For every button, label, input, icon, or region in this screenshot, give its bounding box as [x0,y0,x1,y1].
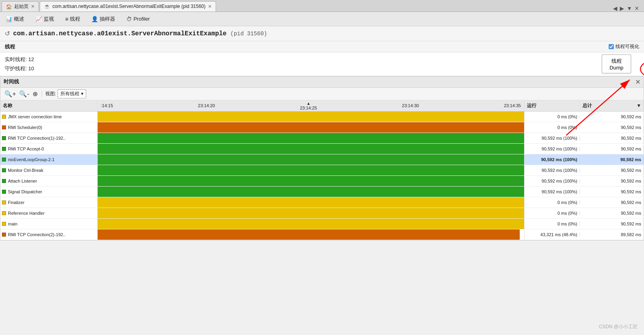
tab-process-label: com.artisan.nettycase.a01exist.ServerAbn… [52,4,206,9]
monitor-icon: 📈 [35,16,42,22]
realtime-thread-line: 实时线程: 12 [5,55,639,64]
thread-run-cell: 0 ms (0%) [524,200,580,205]
zoom-in-button[interactable]: 🔍+ [4,90,17,98]
daemon-value: 10 [28,65,34,71]
thread-name-label: RMI TCP Connection(1)-192.. [8,136,66,141]
thread-bar [98,197,524,208]
thread-name-label: JMX server connection time [8,114,62,119]
toolbar-threads[interactable]: ≡ 线程 [63,14,83,24]
thread-visible-checkbox[interactable] [609,44,614,49]
thread-bar [98,176,524,186]
thread-name-label: Signal Dispatcher [8,189,42,194]
time-center-caret: ▲ [307,101,310,106]
thread-row[interactable]: Finalizer0 ms (0%)90,592 ms [0,197,644,208]
thread-name-label: RMI TCP Connection(2)-192.. [8,232,66,237]
view-label: 视图: [45,90,56,97]
thread-bar [98,112,524,122]
view-select-dropdown[interactable]: 所有线程 ▾ [58,89,86,98]
thread-total-cell: 90,592 ms [580,221,644,226]
nav-prev-button[interactable]: ◀ [613,5,617,12]
tab-start-close[interactable]: ✕ [31,4,35,9]
sampler-icon: 👤 [91,16,98,22]
timeline-header: 时间线 ✕ [0,77,644,88]
thread-row[interactable]: JMX server connection time0 ms (0%)90,59… [0,112,644,122]
col-total-label: 总计 [582,102,592,109]
thread-bar [98,219,524,229]
thread-name-label: Monitor Ctrl-Break [8,168,43,173]
thread-color-indicator [2,115,6,119]
thread-color-indicator [2,168,6,172]
thread-total-cell: 90,592 ms [580,179,644,183]
thread-color-indicator [2,211,6,215]
thread-row[interactable]: nioEventLoopGroup-2-190,592 ms (100%)90,… [0,154,644,165]
dump-button[interactable]: 线程 Dump [602,54,631,74]
view-select-value: 所有线程 [60,90,79,97]
thread-row[interactable]: RMI TCP Connection(2)-192..43,321 ms (48… [0,229,644,240]
toolbar-threads-label: 线程 [70,15,80,23]
profiler-icon: ⏱ [126,16,132,22]
zoom-out-button[interactable]: 🔍- [18,90,30,98]
tab-process-icon: ☕ [44,4,50,9]
nav-next-button[interactable]: ▶ [620,5,624,12]
toolbar-monitor[interactable]: 📈 监视 [33,14,56,24]
thread-visible-checkbox-label[interactable]: 线程可视化 [609,43,639,50]
nav-close-button[interactable]: ✕ [634,5,639,12]
tab-navigation: ◀ ▶ ▼ ✕ [613,5,642,12]
tab-process-close[interactable]: ✕ [208,4,212,9]
threads-icon: ≡ [65,16,68,22]
thread-total-cell: 90,592 ms [580,146,644,151]
thread-bar-cell [98,144,524,154]
toolbar-profiler-label: Profiler [133,16,150,22]
timeline-title: 时间线 [4,78,19,85]
thread-color-indicator [2,179,6,183]
thread-name-label: nioEventLoopGroup-2-1 [8,157,54,162]
time-label-2: ▲ 23:14:25 [300,101,317,110]
thread-row[interactable]: RMI TCP Accept-090,592 ms (100%)90,592 m… [0,144,644,154]
thread-row[interactable]: Monitor Ctrl-Break90,592 ms (100%)90,592… [0,165,644,176]
nav-down-button[interactable]: ▼ [627,5,632,12]
thread-bar-cell [98,133,524,143]
thread-row[interactable]: RMI TCP Connection(1)-192..90,592 ms (10… [0,133,644,144]
process-title: com.artisan.nettycase.a01exist.ServerAbn… [13,30,267,37]
thread-total-cell: 90,592 ms [580,168,644,173]
thread-name-cell: Monitor Ctrl-Break [0,165,98,175]
time-label-2-val: 23:14:25 [300,106,317,110]
thread-name-label: RMI TCP Accept-0 [8,146,44,151]
thread-row[interactable]: Signal Dispatcher90,592 ms (100%)90,592 … [0,187,644,197]
timeline-close-button[interactable]: ✕ [635,78,640,86]
thread-row[interactable]: RMI Scheduler(0)0 ms (0%)90,592 ms [0,122,644,133]
toolbar-sampler[interactable]: 👤 抽样器 [89,14,118,24]
refresh-icon[interactable]: ↺ [5,30,10,37]
thread-total-cell: 90,592 ms [580,211,644,216]
zoom-bar: 🔍+ 🔍- ⊕ 视图: 所有线程 ▾ [0,88,644,100]
thread-name-cell: Reference Handler [0,208,98,218]
tab-process[interactable]: ☕ com.artisan.nettycase.a01exist.ServerA… [40,1,216,12]
thread-bar-cell [98,165,524,175]
thread-color-indicator [2,233,6,237]
thread-total-cell: 90,592 ms [580,189,644,194]
toolbar-overview[interactable]: 📊 概述 [3,14,27,24]
thread-row[interactable]: main0 ms (0%)90,592 ms [0,219,644,229]
time-label-0: :14:15 [101,103,113,108]
tab-start[interactable]: 🏠 起始页 ✕ [2,1,39,12]
thread-bar [98,165,524,175]
thread-run-cell: 90,592 ms (100%) [524,136,580,141]
thread-row[interactable]: Attach Listener90,592 ms (100%)90,592 ms [0,176,644,187]
thread-color-indicator [2,158,6,162]
thread-rows-container: JMX server connection time0 ms (0%)90,59… [0,112,644,240]
thread-bar-cell [98,219,524,229]
thread-total-cell: 90,592 ms [580,125,644,130]
thread-name-cell: Finalizer [0,197,98,208]
thread-visible-label: 线程可视化 [615,43,639,50]
toolbar-sampler-label: 抽样器 [100,15,115,23]
process-title-bar: ↺ com.artisan.nettycase.a01exist.ServerA… [0,26,644,41]
toolbar-profiler[interactable]: ⏱ Profiler [124,14,152,24]
thread-name-cell: RMI Scheduler(0) [0,122,98,133]
thread-bar-cell [98,112,524,122]
thread-color-indicator [2,190,6,194]
thread-run-cell: 0 ms (0%) [524,221,580,226]
col-total-sort[interactable]: ▼ [636,103,641,108]
thread-bar-cell [98,229,524,240]
zoom-fit-button[interactable]: ⊕ [32,90,39,98]
thread-row[interactable]: Reference Handler0 ms (0%)90,592 ms [0,208,644,219]
